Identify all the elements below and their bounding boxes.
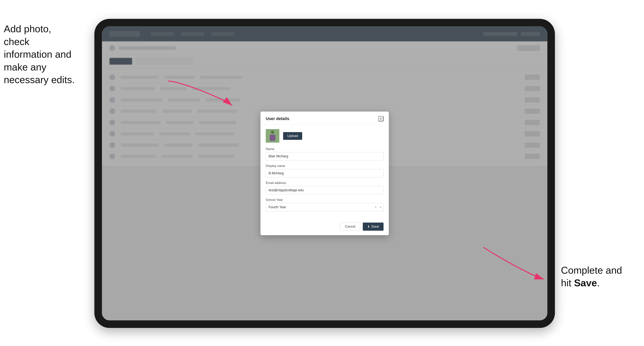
modal-footer: Cancel ⬆ Save bbox=[260, 219, 389, 235]
cancel-button[interactable]: Cancel bbox=[340, 223, 360, 231]
arrow-left bbox=[157, 75, 236, 114]
email-input[interactable] bbox=[266, 186, 384, 194]
school-year-input[interactable] bbox=[266, 203, 384, 211]
display-name-input[interactable] bbox=[266, 169, 384, 177]
arrow-right bbox=[461, 236, 555, 286]
school-year-field-group: School Year × ▾ bbox=[266, 198, 384, 211]
display-name-field-group: Display name bbox=[266, 164, 384, 177]
photo-row: Upload bbox=[266, 129, 384, 143]
name-input[interactable] bbox=[266, 152, 384, 160]
save-button-label: Save bbox=[371, 225, 379, 229]
modal-body: Upload Name Display name Email addre bbox=[260, 125, 389, 219]
annotation-left: Add photo, check information and make an… bbox=[4, 23, 76, 86]
display-name-label: Display name bbox=[266, 164, 384, 168]
name-label: Name bbox=[266, 147, 384, 151]
school-year-select-wrapper: × ▾ bbox=[266, 203, 384, 211]
email-label: Email address bbox=[266, 181, 384, 185]
modal-title: User details bbox=[266, 116, 289, 121]
email-field-group: Email address bbox=[266, 181, 384, 194]
school-year-clear-icon[interactable]: × bbox=[375, 205, 377, 209]
modal-close-button[interactable]: × bbox=[378, 116, 384, 121]
save-icon: ⬆ bbox=[367, 225, 370, 228]
school-year-label: School Year bbox=[266, 198, 384, 202]
name-field-group: Name bbox=[266, 147, 384, 160]
modal-header: User details × bbox=[260, 112, 389, 125]
annotation-right: Complete and hit Save. bbox=[561, 264, 633, 290]
save-button[interactable]: ⬆ Save bbox=[363, 223, 384, 231]
user-photo-thumbnail bbox=[266, 129, 279, 143]
chevron-down-icon: ▾ bbox=[380, 206, 381, 209]
upload-photo-button[interactable]: Upload bbox=[283, 132, 302, 140]
user-details-modal: User details × Upload Name bbox=[260, 112, 389, 235]
